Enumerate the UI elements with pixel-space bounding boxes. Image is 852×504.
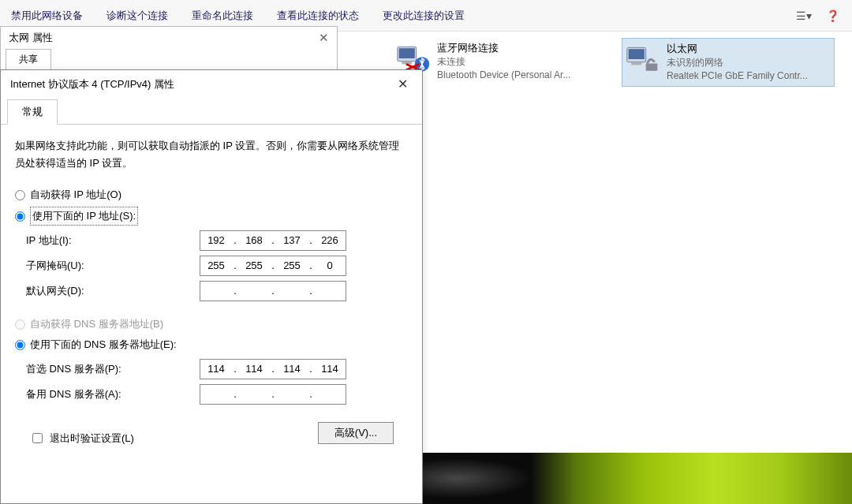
input-mask[interactable]: 255. 255. 255. 0	[200, 256, 346, 276]
radio-auto-ip-input[interactable]	[15, 190, 25, 200]
check-validate-label: 退出时验证设置(L)	[50, 430, 134, 447]
toolbar-rename[interactable]: 重命名此连接	[192, 9, 253, 23]
adapter-status: 未连接	[437, 55, 570, 69]
label-ip: IP 地址(I):	[26, 232, 200, 249]
label-dns2: 备用 DNS 服务器(A):	[26, 386, 200, 403]
check-validate[interactable]: 退出时验证设置(L)	[29, 430, 134, 447]
radio-manual-dns-label: 使用下面的 DNS 服务器地址(E):	[30, 336, 177, 353]
radio-manual-ip-label: 使用下面的 IP 地址(S):	[30, 207, 138, 226]
eth-window-title: 太网 属性	[9, 31, 53, 45]
toolbar-status[interactable]: 查看此连接的状态	[277, 9, 359, 23]
svg-rect-1	[399, 48, 415, 58]
view-options-icon[interactable]: ☰▾	[796, 9, 812, 22]
svg-rect-7	[629, 49, 645, 59]
adapter-name: 蓝牙网络连接	[437, 41, 570, 55]
dialog-title: Internet 协议版本 4 (TCP/IPv4) 属性	[10, 77, 174, 91]
svg-rect-9	[646, 64, 658, 71]
check-validate-input[interactable]	[32, 433, 43, 443]
input-dns2[interactable]: . . .	[200, 384, 346, 405]
close-icon[interactable]: ✕	[393, 77, 413, 91]
label-mask: 子网掩码(U):	[26, 257, 200, 274]
adapter-ethernet[interactable]: 以太网 未识别的网络 Realtek PCIe GbE Family Contr…	[622, 38, 835, 87]
radio-auto-dns: 自动获得 DNS 服务器地址(B)	[15, 315, 408, 333]
adapter-name: 以太网	[667, 42, 808, 56]
radio-manual-dns[interactable]: 使用下面的 DNS 服务器地址(E):	[15, 336, 408, 353]
adapters-list: 蓝牙网络连接 未连接 Bluetooth Device (Personal Ar…	[393, 38, 844, 87]
adapter-device: Realtek PCIe GbE Family Contr...	[667, 69, 808, 83]
eth-tab-share[interactable]: 共享	[6, 49, 51, 69]
toolbar-change-settings[interactable]: 更改此连接的设置	[383, 9, 465, 23]
tab-general[interactable]: 常规	[7, 99, 58, 125]
radio-manual-ip[interactable]: 使用下面的 IP 地址(S):	[15, 207, 408, 226]
label-dns1: 首选 DNS 服务器(P):	[26, 360, 200, 378]
svg-rect-8	[631, 62, 641, 65]
toolbar-disable[interactable]: 禁用此网络设备	[11, 9, 83, 23]
input-gateway[interactable]: . . .	[200, 281, 346, 301]
adapter-status: 未识别的网络	[667, 56, 808, 69]
ipv4-properties-dialog: Internet 协议版本 4 (TCP/IPv4) 属性 ✕ 常规 如果网络支…	[0, 69, 423, 504]
input-ip[interactable]: 192. 168. 137. 226	[200, 230, 346, 251]
desktop-strip	[393, 453, 852, 504]
radio-auto-ip-label: 自动获得 IP 地址(O)	[30, 186, 121, 203]
input-dns1[interactable]: 114. 114. 114. 114	[200, 359, 346, 379]
adapter-icon	[626, 42, 660, 77]
help-icon[interactable]: ❓	[826, 9, 839, 22]
radio-manual-dns-input[interactable]	[15, 340, 25, 350]
radio-auto-ip[interactable]: 自动获得 IP 地址(O)	[15, 186, 408, 203]
label-gateway: 默认网关(D):	[26, 282, 200, 300]
radio-auto-dns-label: 自动获得 DNS 服务器地址(B)	[30, 315, 163, 333]
adapter-bluetooth[interactable]: 蓝牙网络连接 未连接 Bluetooth Device (Personal Ar…	[393, 38, 606, 87]
radio-auto-dns-input	[15, 319, 25, 330]
dialog-description: 如果网络支持此功能，则可以获取自动指派的 IP 设置。否则，你需要从网络系统管理…	[15, 137, 408, 172]
ethernet-properties-window: 太网 属性 ✕ 共享	[0, 26, 338, 73]
advanced-button[interactable]: 高级(V)...	[318, 422, 394, 444]
radio-manual-ip-input[interactable]	[15, 211, 25, 222]
adapter-device: Bluetooth Device (Personal Ar...	[437, 69, 570, 82]
toolbar-diagnose[interactable]: 诊断这个连接	[106, 9, 168, 23]
close-icon[interactable]: ✕	[319, 31, 329, 45]
